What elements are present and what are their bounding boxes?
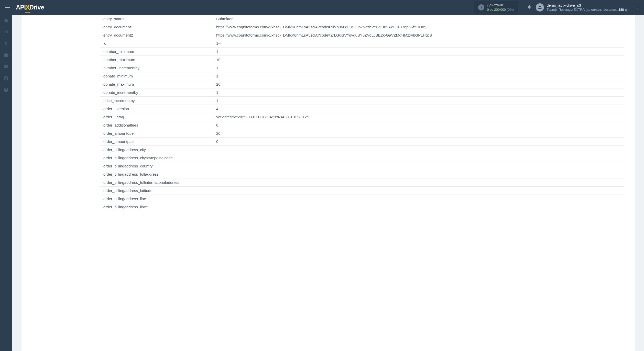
table-row: order_billingaddress_line1 (100, 195, 625, 203)
data-field-value (216, 178, 625, 187)
actions-value: 0 из 200'000 (0%) (487, 8, 514, 12)
data-field-value: W/"datetime'2022-09-07T14%3A21%3A33.9107… (216, 113, 625, 121)
logo[interactable]: API X Drive (16, 3, 44, 12)
data-field-value: 0 (216, 121, 625, 129)
data-field-key: number_maximum (100, 56, 216, 64)
table-row: order_amountdue20 (100, 129, 625, 138)
table-row: entry_statusSubmitted (100, 15, 625, 23)
data-field-value (216, 154, 625, 162)
data-field-value (216, 146, 625, 154)
data-field-value: https://www.cognitoforms.com/d/xhso-_DMl… (216, 31, 625, 39)
user-name: demo_apix-drive_s3 (547, 3, 629, 8)
data-field-key: entry_document1 (100, 23, 216, 31)
data-field-key: order_amountdue (100, 129, 216, 138)
data-field-value: 20 (216, 80, 625, 88)
data-field-value: 4 (216, 105, 625, 113)
chevron-down-icon: ⌄ (636, 6, 640, 9)
table-row: order_billingaddress_fulladdress (100, 170, 625, 178)
data-field-key: id (100, 39, 216, 48)
data-field-key: entry_document2 (100, 31, 216, 39)
data-field-key: order_billingaddress_line1 (100, 195, 216, 203)
data-field-value: 1 (216, 64, 625, 72)
data-field-key: order_billingaddress_line2 (100, 203, 216, 211)
table-row: order_additionalfees0 (100, 121, 625, 129)
nav-account[interactable] (0, 72, 12, 84)
table-row: price_incrementby1 (100, 97, 625, 105)
actions-label: Действия: (487, 3, 514, 7)
info-icon: i (478, 4, 484, 10)
data-field-value: Submitted (216, 15, 625, 23)
data-field-key: entry_status (100, 15, 216, 23)
table-row: donate_minimum1 (100, 72, 625, 80)
data-field-key: number_minimum (100, 48, 216, 56)
user-menu[interactable]: demo_apix-drive_s3 Тариф |Премиум EXTRA|… (536, 3, 641, 12)
logo-x: X (25, 3, 30, 12)
table-row: donate_incrementby1 (100, 88, 625, 97)
data-field-value (216, 195, 625, 203)
table-row: order_billingaddress_country (100, 162, 625, 170)
data-field-key: order_billingaddress_fullinternationalad… (100, 178, 216, 187)
table-row: number_incrementby1 (100, 64, 625, 72)
table-row: entry_document1https://www.cognitoforms.… (100, 23, 625, 31)
actions-text: Действия: 0 из 200'000 (0%) (487, 3, 514, 12)
data-field-key: order_additionalfees (100, 121, 216, 129)
table-row: id1-4 (100, 39, 625, 48)
data-field-value: 1 (216, 48, 625, 56)
table-row: order__version4 (100, 105, 625, 113)
table-row: order_billingaddress_latitude (100, 187, 625, 195)
data-field-key: donate_minimum (100, 72, 216, 80)
table-row: order_billingaddress_city (100, 146, 625, 154)
nav-help[interactable] (0, 84, 12, 95)
sidebar (0, 15, 12, 351)
table-row: order__etagW/"datetime'2022-09-07T14%3A2… (100, 113, 625, 121)
data-field-value: 1-4 (216, 39, 625, 48)
table-row: order_billingaddress_line2 (100, 203, 625, 211)
table-row: order_billingaddress_citystatepostalcode (100, 154, 625, 162)
table-row: donate_maximum20 (100, 80, 625, 88)
data-field-value: 20 (216, 129, 625, 138)
table-row: order_billingaddress_fullinternationalad… (100, 178, 625, 187)
table-row: order_amountpaid0 (100, 138, 625, 146)
data-field-value: 1 (216, 72, 625, 80)
data-field-key: donate_incrementby (100, 88, 216, 97)
user-text: demo_apix-drive_s3 Тариф |Премиум EXTRA|… (547, 3, 629, 12)
data-field-key: order_billingaddress_fulladdress (100, 170, 216, 178)
nav-home[interactable] (0, 15, 12, 26)
nav-work[interactable] (0, 49, 12, 61)
svg-rect-0 (6, 30, 6, 31)
menu-toggle-button[interactable] (3, 4, 12, 11)
table-row: number_minimum1 (100, 48, 625, 56)
table-row: entry_document2https://www.cognitoforms.… (100, 31, 625, 39)
data-field-key: order_amountpaid (100, 138, 216, 146)
data-field-key: order__etag (100, 113, 216, 121)
data-panel: entry_statusSubmittedentry_document1http… (21, 15, 635, 351)
data-field-key: order_billingaddress_country (100, 162, 216, 170)
avatar-icon (536, 3, 544, 12)
data-field-value (216, 203, 625, 211)
actions-widget[interactable]: i Действия: 0 из 200'000 (0%) (474, 1, 518, 13)
data-field-value (216, 170, 625, 178)
data-field-key: order__version (100, 105, 216, 113)
data-field-key: price_incrementby (100, 97, 216, 105)
data-field-value (216, 162, 625, 170)
data-field-value: https://www.cognitoforms.com/d/xhso-_DMl… (216, 23, 625, 31)
data-field-key: donate_maximum (100, 80, 216, 88)
table-row: number_maximum10 (100, 56, 625, 64)
logo-drive: Drive (29, 4, 44, 11)
data-field-key: order_billingaddress_latitude (100, 187, 216, 195)
data-table: entry_statusSubmittedentry_document1http… (100, 15, 625, 211)
topbar: API X Drive i Действия: 0 из 200'000 (0%… (0, 0, 644, 15)
user-tariff: Тариф |Премиум EXTRA| до оплаты осталось… (547, 8, 629, 12)
nav-billing[interactable] (0, 38, 12, 49)
data-field-key: order_billingaddress_citystatepostalcode (100, 154, 216, 162)
main-content: entry_statusSubmittedentry_document1http… (12, 15, 644, 351)
logo-api: API (16, 4, 26, 11)
data-field-value: 10 (216, 56, 625, 64)
data-field-key: number_incrementby (100, 64, 216, 72)
nav-connections[interactable] (0, 26, 12, 38)
nav-youtube[interactable] (0, 61, 12, 72)
bell-icon[interactable] (527, 5, 532, 10)
data-field-value: 0 (216, 138, 625, 146)
data-field-value: 1 (216, 88, 625, 97)
data-field-value (216, 187, 625, 195)
